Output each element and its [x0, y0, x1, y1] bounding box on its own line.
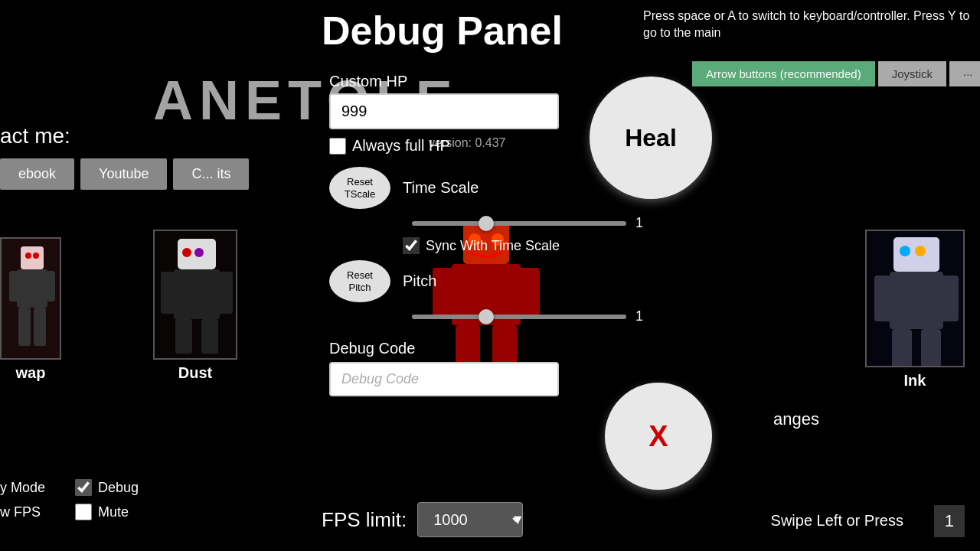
sprite-ink: Ink: [865, 230, 965, 390]
svg-rect-4: [9, 271, 18, 302]
youtube-btn[interactable]: Youtube: [80, 158, 167, 190]
ts-slider-row: 1: [329, 215, 674, 231]
always-hp-checkbox[interactable]: [329, 138, 346, 155]
debug-code-section: Debug Code: [329, 340, 674, 396]
social-buttons: ebook Youtube C... its: [0, 158, 249, 190]
sync-row: Sync With Time Scale: [403, 237, 674, 254]
svg-point-9: [182, 248, 191, 257]
svg-rect-31: [921, 329, 941, 367]
joystick-btn[interactable]: Joystick: [878, 61, 946, 86]
ts-label: Time Scale: [403, 179, 479, 197]
pitch-slider[interactable]: [412, 315, 626, 319]
svg-point-26: [915, 246, 926, 256]
pitch-slider-row: 1: [329, 308, 674, 324]
sprite-dust: Dust: [153, 230, 237, 382]
debug-checkbox[interactable]: [75, 479, 92, 496]
sync-label: Sync With Time Scale: [426, 238, 560, 254]
ink-label: Ink: [904, 372, 926, 390]
svg-point-10: [194, 248, 204, 257]
svg-rect-3: [17, 269, 47, 308]
arrow-buttons-btn[interactable]: Arrow buttons (recommended): [692, 61, 875, 86]
swap-label: wap: [16, 364, 46, 382]
close-button[interactable]: X: [605, 383, 712, 490]
swipe-text: Swipe Left or Press: [771, 512, 903, 530]
mute-check-row: w FPS Mute: [0, 504, 139, 520]
svg-rect-7: [34, 308, 46, 346]
debug-check-label: Debug: [98, 480, 139, 496]
page-title: Debug Panel: [322, 8, 563, 54]
svg-rect-14: [175, 319, 192, 354]
svg-rect-29: [942, 276, 959, 321]
dust-label: Dust: [178, 364, 212, 382]
reset-pitch-btn[interactable]: ResetPitch: [329, 260, 390, 302]
fps-select[interactable]: 30 60 120 240 1000 Unlimited: [417, 502, 523, 537]
pitch-section: ResetPitch Pitch 1: [329, 260, 674, 324]
svg-rect-13: [219, 272, 233, 314]
mute-check-label: Mute: [98, 504, 129, 520]
swipe-num: 1: [934, 505, 965, 537]
debug-check-row: y Mode Debug: [0, 479, 139, 496]
svg-rect-30: [892, 329, 912, 367]
sprite-swap: wap: [0, 237, 61, 382]
heal-button[interactable]: Heal: [590, 77, 712, 199]
instruction-text: Press space or A to switch to keyboard/c…: [643, 8, 980, 42]
facebook-btn[interactable]: ebook: [0, 158, 74, 190]
pitch-value: 1: [635, 308, 658, 324]
svg-rect-6: [18, 308, 31, 346]
reset-tscale-btn[interactable]: ResetTScale: [329, 167, 390, 209]
changes-text: anges: [773, 409, 819, 429]
svg-point-1: [25, 253, 31, 259]
debug-code-label: Debug Code: [329, 340, 674, 357]
svg-rect-27: [890, 272, 943, 329]
always-hp-label: Always full HP: [352, 137, 450, 155]
pitch-label: Pitch: [403, 272, 436, 290]
mode-prefix: y Mode: [0, 480, 69, 496]
svg-point-2: [33, 253, 39, 259]
pitch-header: ResetPitch Pitch: [329, 260, 674, 302]
contact-label: act me:: [0, 124, 70, 148]
sync-checkbox[interactable]: [403, 237, 420, 254]
debug-code-input[interactable]: [329, 362, 559, 396]
top-buttons-container: Arrow buttons (recommended) Joystick ···: [692, 61, 980, 86]
fps-section: FPS limit: 30 60 120 240 1000 Unlimited …: [322, 502, 524, 537]
svg-rect-0: [21, 246, 44, 269]
svg-rect-28: [874, 276, 891, 321]
svg-rect-11: [174, 269, 220, 319]
svg-rect-5: [46, 271, 55, 302]
fps-prefix: w FPS: [0, 504, 69, 520]
bottom-left-checks: y Mode Debug w FPS Mute: [0, 479, 139, 520]
ts-value: 1: [635, 215, 658, 231]
credits-btn[interactable]: C... its: [173, 158, 249, 190]
svg-rect-15: [201, 319, 218, 354]
ts-slider[interactable]: [412, 221, 626, 226]
fps-label: FPS limit:: [322, 508, 407, 532]
svg-rect-12: [161, 272, 175, 314]
svg-point-25: [900, 246, 910, 256]
extra-btn[interactable]: ···: [949, 61, 980, 86]
hp-input[interactable]: [329, 93, 559, 129]
mute-checkbox[interactable]: [75, 504, 92, 520]
